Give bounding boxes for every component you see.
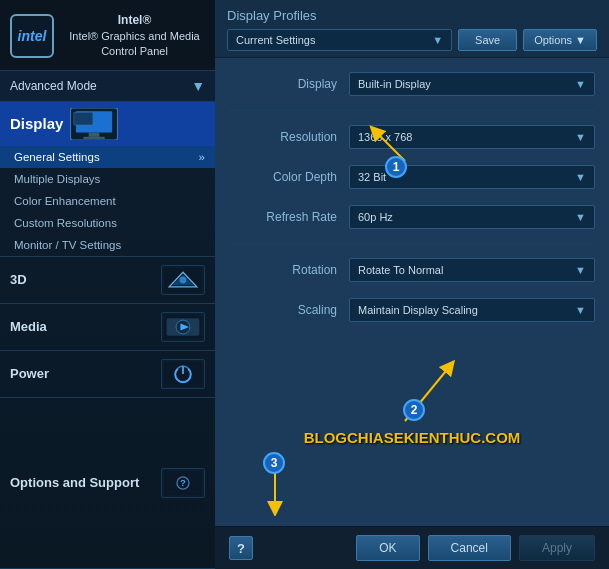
scaling-setting-row: Scaling Maintain Display Scaling ▼ [229, 294, 595, 326]
advanced-mode-row[interactable]: Advanced Mode ▼ [0, 71, 215, 102]
annotation-1: 1 [385, 156, 407, 178]
help-button[interactable]: ? [229, 536, 253, 560]
display-setting-label: Display [229, 77, 349, 91]
watermark: BLOGCHIASEKIENTHUC.COM [304, 429, 521, 446]
display-setting-row: Display Built-in Display ▼ [229, 68, 595, 100]
sidebar-item-display[interactable]: Display [0, 102, 215, 146]
options-support-label: Options and Support [10, 475, 139, 490]
divider-2 [229, 243, 595, 244]
rotation-setting-value: Rotate To Normal [358, 264, 443, 276]
color-depth-dropdown-arrow: ▼ [575, 171, 586, 183]
sidebar-header: intel Intel® Intel® Graphics and Media C… [0, 0, 215, 71]
scaling-setting-value: Maintain Display Scaling [358, 304, 478, 316]
rotation-dropdown-arrow: ▼ [575, 264, 586, 276]
annotation-2-arrow [375, 356, 475, 426]
scaling-setting-label: Scaling [229, 303, 349, 317]
ok-button[interactable]: OK [356, 535, 419, 561]
resolution-setting-label: Resolution [229, 130, 349, 144]
color-depth-setting-row: Color Depth 32 Bit ▼ [229, 161, 595, 193]
power-thumbnail [161, 359, 205, 389]
advanced-mode-label: Advanced Mode [10, 79, 97, 93]
profile-value: Current Settings [236, 34, 315, 46]
resolution-setting-control[interactable]: 1366 x 768 ▼ [349, 125, 595, 149]
power-label: Power [10, 366, 49, 381]
intel-logo: intel [10, 14, 54, 58]
media-label: Media [10, 319, 47, 334]
divider-1 [229, 110, 595, 111]
main-header-controls: Current Settings ▼ Save Options ▼ [227, 29, 597, 51]
profile-dropdown-arrow: ▼ [432, 34, 443, 46]
sidebar: intel Intel® Intel® Graphics and Media C… [0, 0, 215, 569]
sidebar-sub-item-custom-resolutions[interactable]: Custom Resolutions [0, 212, 215, 234]
multiple-displays-label: Multiple Displays [14, 173, 100, 185]
svg-text:?: ? [180, 477, 186, 488]
refresh-rate-setting-value: 60p Hz [358, 211, 393, 223]
options-button[interactable]: Options ▼ [523, 29, 597, 51]
cancel-button[interactable]: Cancel [428, 535, 511, 561]
sidebar-sub-item-monitor-tv[interactable]: Monitor / TV Settings [0, 234, 215, 256]
svg-rect-6 [74, 112, 93, 125]
resolution-dropdown-arrow: ▼ [575, 131, 586, 143]
save-button[interactable]: Save [458, 29, 517, 51]
sidebar-title: Intel® Intel® Graphics and Media Control… [64, 12, 205, 60]
refresh-rate-dropdown-arrow: ▼ [575, 211, 586, 223]
advanced-mode-arrow: ▼ [191, 78, 205, 94]
svg-point-10 [180, 276, 187, 283]
display-dropdown-arrow: ▼ [575, 78, 586, 90]
refresh-rate-setting-control[interactable]: 60p Hz ▼ [349, 205, 595, 229]
sidebar-item-media[interactable]: Media [0, 304, 215, 351]
display-section: Display General Settings » Multiple Disp… [0, 102, 215, 257]
color-depth-setting-value: 32 Bit [358, 171, 386, 183]
media-thumbnail [161, 312, 205, 342]
sidebar-sub-item-multiple-displays[interactable]: Multiple Displays [0, 168, 215, 190]
sidebar-item-options-support[interactable]: Options and Support ? [0, 398, 215, 569]
sidebar-sub-item-general-settings[interactable]: General Settings » [0, 146, 215, 168]
rotation-setting-row: Rotation Rotate To Normal ▼ [229, 254, 595, 286]
rotation-setting-control[interactable]: Rotate To Normal ▼ [349, 258, 595, 282]
main-content: Display Profiles Current Settings ▼ Save… [215, 0, 609, 569]
main-header-title: Display Profiles [227, 8, 597, 23]
monitor-tv-label: Monitor / TV Settings [14, 239, 121, 251]
custom-resolutions-label: Custom Resolutions [14, 217, 117, 229]
scaling-setting-control[interactable]: Maintain Display Scaling ▼ [349, 298, 595, 322]
options-support-thumbnail: ? [161, 468, 205, 498]
sidebar-item-3d[interactable]: 3D [0, 257, 215, 304]
svg-rect-4 [84, 136, 105, 138]
sidebar-item-power[interactable]: Power [0, 351, 215, 398]
display-setting-control[interactable]: Built-in Display ▼ [349, 72, 595, 96]
svg-rect-3 [89, 132, 100, 136]
3d-thumbnail [161, 265, 205, 295]
apply-button[interactable]: Apply [519, 535, 595, 561]
sidebar-sub-item-color-enhancement[interactable]: Color Enhancement [0, 190, 215, 212]
display-label: Display [10, 115, 63, 132]
main-body: Display Built-in Display ▼ Resolution 13… [215, 58, 609, 526]
resolution-setting-value: 1366 x 768 [358, 131, 412, 143]
general-settings-label: General Settings [14, 151, 100, 163]
display-setting-value: Built-in Display [358, 78, 431, 90]
annotation-3: 3 [263, 452, 285, 474]
scaling-dropdown-arrow: ▼ [575, 304, 586, 316]
rotation-setting-label: Rotation [229, 263, 349, 277]
annotation-2: 2 [403, 399, 425, 421]
main-header: Display Profiles Current Settings ▼ Save… [215, 0, 609, 58]
3d-label: 3D [10, 272, 27, 287]
color-depth-setting-label: Color Depth [229, 170, 349, 184]
refresh-rate-setting-row: Refresh Rate 60p Hz ▼ [229, 201, 595, 233]
display-thumbnail [69, 108, 119, 140]
color-enhancement-label: Color Enhancement [14, 195, 116, 207]
refresh-rate-setting-label: Refresh Rate [229, 210, 349, 224]
resolution-setting-row: Resolution 1366 x 768 ▼ [229, 121, 595, 153]
general-settings-arrow: » [199, 151, 205, 163]
profile-select[interactable]: Current Settings ▼ [227, 29, 452, 51]
main-footer: ? OK Cancel Apply [215, 526, 609, 569]
